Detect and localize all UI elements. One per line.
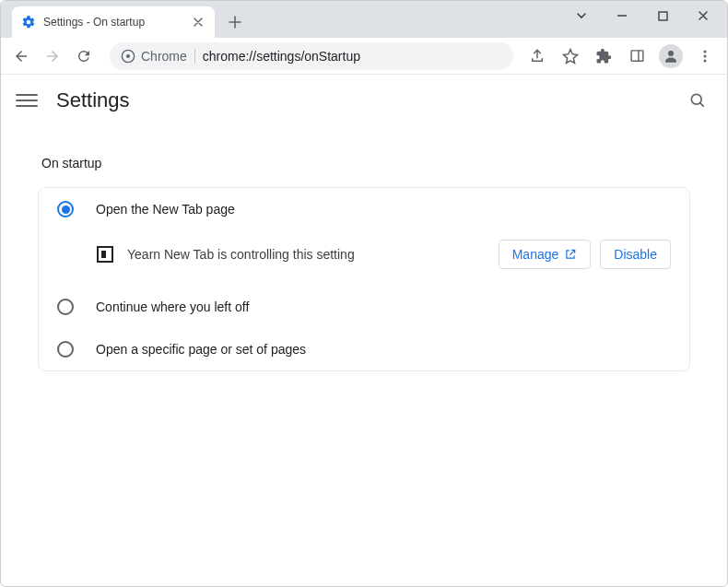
extensions-icon[interactable]	[593, 45, 615, 67]
window-titlebar: Settings - On startup	[1, 1, 727, 38]
window-controls	[563, 1, 722, 30]
svg-rect-12	[101, 251, 106, 258]
forward-button[interactable]	[40, 43, 65, 69]
maximize-button[interactable]	[653, 6, 672, 25]
open-external-icon	[564, 248, 577, 261]
svg-rect-3	[631, 51, 643, 61]
site-info-icon[interactable]: Chrome	[121, 49, 187, 64]
option-label: Continue where you left off	[96, 299, 249, 314]
svg-point-8	[704, 59, 707, 62]
svg-point-9	[691, 94, 701, 104]
svg-point-5	[668, 51, 674, 56]
svg-rect-0	[659, 12, 667, 20]
page-title: Settings	[56, 88, 130, 112]
settings-header: Settings	[1, 75, 727, 126]
menu-toggle-icon[interactable]	[16, 89, 38, 112]
option-specific-pages[interactable]: Open a specific page or set of pages	[39, 328, 689, 370]
menu-icon[interactable]	[694, 45, 716, 67]
section-title: On startup	[41, 156, 690, 170]
close-window-button[interactable]	[694, 6, 712, 25]
close-tab-icon[interactable]	[191, 15, 205, 29]
svg-line-10	[700, 103, 704, 107]
omnibox-divider	[194, 49, 195, 64]
extension-notice: Yearn New Tab is controlling this settin…	[39, 230, 689, 286]
search-icon[interactable]	[687, 89, 709, 112]
option-continue[interactable]: Continue where you left off	[39, 286, 689, 328]
option-label: Open a specific page or set of pages	[96, 342, 306, 357]
minimize-button[interactable]	[613, 6, 631, 25]
reload-button[interactable]	[71, 43, 97, 69]
radio-unselected-icon	[57, 299, 74, 315]
option-label: Open the New Tab page	[96, 202, 235, 217]
tab-title: Settings - On startup	[43, 16, 183, 29]
chevron-down-icon[interactable]	[572, 6, 591, 25]
manage-label: Manage	[512, 247, 559, 262]
svg-point-2	[126, 54, 130, 58]
radio-unselected-icon	[57, 341, 74, 358]
extension-notice-text: Yearn New Tab is controlling this settin…	[127, 247, 486, 262]
svg-point-6	[704, 50, 707, 53]
browser-toolbar: Chrome chrome://settings/onStartup	[1, 38, 727, 75]
back-button[interactable]	[8, 43, 34, 69]
option-new-tab[interactable]: Open the New Tab page	[39, 188, 689, 230]
side-panel-icon[interactable]	[626, 45, 648, 67]
disable-label: Disable	[614, 247, 657, 262]
browser-tab[interactable]: Settings - On startup	[12, 6, 215, 38]
gear-icon	[21, 15, 36, 29]
new-tab-button[interactable]	[222, 9, 248, 35]
address-bar[interactable]: Chrome chrome://settings/onStartup	[110, 42, 513, 70]
share-icon[interactable]	[526, 45, 548, 67]
settings-content: On startup Open the New Tab page Yearn N…	[1, 126, 727, 390]
manage-button[interactable]: Manage	[499, 240, 592, 269]
url-text: chrome://settings/onStartup	[203, 49, 360, 64]
radio-selected-icon	[57, 201, 74, 217]
svg-point-7	[704, 54, 707, 57]
scheme-label: Chrome	[141, 49, 187, 64]
startup-card: Open the New Tab page Yearn New Tab is c…	[38, 187, 690, 371]
bookmark-icon[interactable]	[559, 45, 581, 67]
extension-app-icon	[96, 245, 114, 264]
profile-avatar[interactable]	[659, 44, 683, 68]
disable-button[interactable]: Disable	[600, 240, 671, 269]
